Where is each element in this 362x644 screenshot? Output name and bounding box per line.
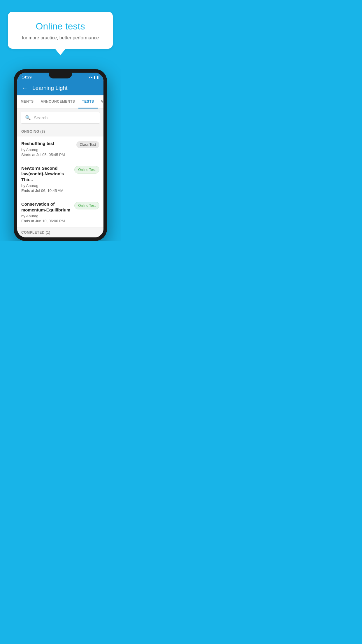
test-item-2[interactable]: Newton's Second law(contd)-Newton's Thir… bbox=[17, 161, 103, 197]
bubble-area: Online tests for more practice, better p… bbox=[0, 0, 121, 55]
phone-screen: 14:29 ▾◂ ▮ ▮ ← Learning Light MENTS ANNO… bbox=[17, 73, 103, 237]
test-info-2: Newton's Second law(contd)-Newton's Thir… bbox=[21, 165, 74, 193]
tab-announcements[interactable]: ANNOUNCEMENTS bbox=[37, 95, 79, 108]
phone-notch bbox=[49, 73, 72, 78]
test-author-3: by Anurag bbox=[21, 214, 71, 218]
test-time-2: Ends at Jul 06, 10:45 AM bbox=[21, 188, 71, 193]
signal-icon: ▮ bbox=[94, 75, 96, 79]
test-list: Reshuffling test by Anurag Starts at Jul… bbox=[17, 136, 103, 228]
ongoing-section-header: ONGOING (3) bbox=[17, 127, 103, 136]
search-icon: 🔍 bbox=[25, 115, 31, 120]
test-time-3: Ends at Jun 10, 06:00 PM bbox=[21, 219, 71, 223]
back-button[interactable]: ← bbox=[22, 85, 28, 91]
bubble-subtitle: for more practice, better performance bbox=[16, 35, 105, 41]
search-bar[interactable]: 🔍 Search bbox=[21, 112, 100, 124]
status-time: 14:29 bbox=[22, 75, 31, 79]
app-header: ← Learning Light bbox=[17, 80, 103, 95]
app-title: Learning Light bbox=[32, 85, 67, 91]
test-name-2: Newton's Second law(contd)-Newton's Thir… bbox=[21, 165, 71, 183]
test-time-1: Starts at Jul 05, 05:45 PM bbox=[21, 153, 73, 157]
test-badge-3: Online Test bbox=[74, 202, 99, 209]
test-name-3: Conservation of momentum-Equilibrium bbox=[21, 201, 71, 213]
speech-bubble: Online tests for more practice, better p… bbox=[8, 12, 113, 49]
completed-section-header: COMPLETED (1) bbox=[17, 228, 103, 237]
test-name-1: Reshuffling test bbox=[21, 141, 73, 146]
tab-tests[interactable]: TESTS bbox=[78, 95, 97, 108]
tab-bar: MENTS ANNOUNCEMENTS TESTS VIDEOS bbox=[17, 95, 103, 109]
test-item-3[interactable]: Conservation of momentum-Equilibrium by … bbox=[17, 197, 103, 228]
search-container: 🔍 Search bbox=[17, 109, 103, 127]
battery-icon: ▮ bbox=[97, 75, 99, 79]
tab-videos[interactable]: VIDEOS bbox=[98, 95, 103, 108]
test-info-3: Conservation of momentum-Equilibrium by … bbox=[21, 201, 74, 223]
tab-ments[interactable]: MENTS bbox=[17, 95, 37, 108]
phone-mockup: 14:29 ▾◂ ▮ ▮ ← Learning Light MENTS ANNO… bbox=[14, 69, 107, 241]
search-placeholder: Search bbox=[34, 115, 48, 120]
test-info-1: Reshuffling test by Anurag Starts at Jul… bbox=[21, 141, 76, 157]
wifi-icon: ▾◂ bbox=[89, 75, 92, 79]
test-badge-2: Online Test bbox=[74, 166, 99, 174]
test-badge-1: Class Test bbox=[76, 141, 99, 148]
test-author-2: by Anurag bbox=[21, 183, 71, 188]
test-item-1[interactable]: Reshuffling test by Anurag Starts at Jul… bbox=[17, 136, 103, 161]
test-author-1: by Anurag bbox=[21, 148, 73, 152]
status-icons: ▾◂ ▮ ▮ bbox=[89, 75, 99, 79]
bubble-title: Online tests bbox=[16, 21, 105, 32]
